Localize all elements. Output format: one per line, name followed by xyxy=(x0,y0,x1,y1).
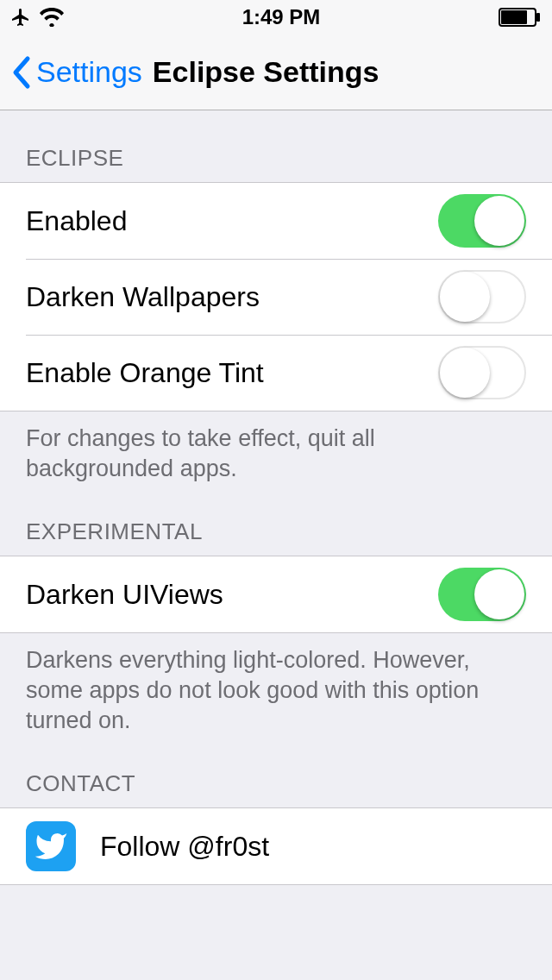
row-label: Darken Wallpapers xyxy=(26,281,260,313)
section-header-experimental: EXPERIMENTAL xyxy=(0,501,552,556)
twitter-icon xyxy=(26,821,76,871)
section-header-contact: CONTACT xyxy=(0,753,552,807)
row-enabled: Enabled xyxy=(0,183,552,259)
back-button[interactable]: Settings xyxy=(10,55,142,90)
row-label: Enable Orange Tint xyxy=(26,357,264,389)
toggle-knob xyxy=(474,196,524,246)
row-follow-twitter[interactable]: Follow @fr0st xyxy=(0,808,552,884)
page-title: Eclipse Settings xyxy=(153,55,380,89)
status-time: 1:49 PM xyxy=(242,5,321,29)
nav-bar: Settings Eclipse Settings xyxy=(0,35,552,110)
toggle-darken-wallpapers[interactable] xyxy=(438,270,526,324)
svg-rect-1 xyxy=(536,13,540,22)
chevron-left-icon xyxy=(10,55,31,90)
toggle-orange-tint[interactable] xyxy=(438,346,526,399)
row-darken-uiviews: Darken UIViews xyxy=(0,556,552,632)
section-header-eclipse: ECLIPSE xyxy=(0,110,552,182)
status-bar: 1:49 PM xyxy=(0,0,552,35)
toggle-knob xyxy=(440,348,490,398)
wifi-icon xyxy=(40,8,64,27)
row-label: Enabled xyxy=(26,205,127,237)
airplane-mode-icon xyxy=(10,7,31,28)
svg-rect-2 xyxy=(501,10,527,24)
row-darken-wallpapers: Darken Wallpapers xyxy=(0,259,552,335)
battery-icon xyxy=(499,8,542,27)
section-footer-eclipse: For changes to take effect, quit all bac… xyxy=(0,411,552,501)
section-contact: Follow @fr0st xyxy=(0,807,552,885)
section-eclipse: Enabled Darken Wallpapers Enable Orange … xyxy=(0,182,552,411)
toggle-knob xyxy=(440,272,490,322)
toggle-enabled[interactable] xyxy=(438,194,526,248)
row-orange-tint: Enable Orange Tint xyxy=(0,335,552,411)
toggle-darken-uiviews[interactable] xyxy=(438,568,526,621)
toggle-knob xyxy=(474,569,524,619)
section-footer-experimental: Darkens everything light-colored. Howeve… xyxy=(0,633,552,753)
section-experimental: Darken UIViews xyxy=(0,556,552,633)
back-label: Settings xyxy=(36,55,142,89)
row-label: Follow @fr0st xyxy=(100,831,269,863)
row-label: Darken UIViews xyxy=(26,579,223,611)
